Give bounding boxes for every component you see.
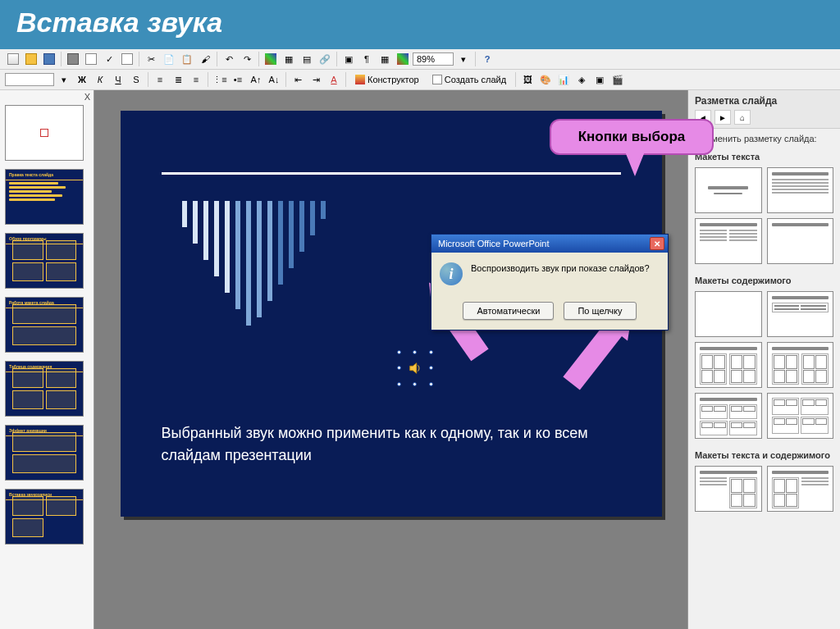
research-button[interactable]	[119, 51, 135, 67]
dialog-message: Воспроизводить звук при показе слайдов?	[471, 262, 650, 275]
font-combo[interactable]	[5, 73, 54, 86]
font-color-button[interactable]: A	[326, 71, 342, 88]
decrease-indent-button[interactable]: ⇤	[290, 71, 306, 88]
slide-thumb-3[interactable]: Обзор программы	[5, 233, 84, 289]
shadow-button[interactable]: S	[128, 71, 144, 88]
copy-button[interactable]: 📄	[161, 51, 177, 67]
slide-thumb-7[interactable]: Вставка звукозаписи	[5, 489, 84, 545]
dialog-titlebar[interactable]: Microsoft Office PowerPoint ✕	[431, 235, 668, 253]
bold-button[interactable]: Ж	[74, 71, 90, 88]
zoom-combo[interactable]: 89%	[413, 52, 454, 66]
spell-button[interactable]: ✓	[101, 51, 117, 67]
standard-toolbar: ✓ ✂ 📄 📋 🖌 ↶ ↷ ▦ ▤ 🔗 ▣ ¶ ▦ 89% ▾ ?	[0, 49, 840, 70]
tutorial-header: Вставка звука	[0, 0, 840, 47]
insert-diagram-button[interactable]: ◈	[573, 71, 590, 88]
dialog-title: Microsoft Office PowerPoint	[438, 239, 550, 248]
layout-text-content-1[interactable]	[695, 466, 762, 512]
task-pane-title: Разметка слайда	[695, 95, 833, 107]
layout-title-content[interactable]	[767, 167, 834, 213]
powerpoint-window: ✓ ✂ 📄 📋 🖌 ↶ ↷ ▦ ▤ 🔗 ▣ ¶ ▦ 89% ▾ ? ▾ Ж К …	[0, 49, 840, 629]
tables-borders-button[interactable]: ▤	[299, 51, 315, 67]
chart-button[interactable]	[262, 51, 279, 67]
numbering-button[interactable]: ⋮≡	[212, 71, 228, 88]
new-doc-button[interactable]	[5, 51, 21, 67]
workspace: X Правка текста слайда Обзор программы Р…	[0, 90, 840, 629]
align-center-button[interactable]: ≣	[170, 71, 186, 88]
decrease-font-button[interactable]: A↓	[266, 71, 282, 88]
layout-title-only[interactable]	[695, 167, 762, 213]
table-button[interactable]: ▦	[281, 51, 297, 67]
broken-image-icon	[40, 129, 48, 137]
slide-thumb-1[interactable]	[5, 105, 84, 161]
slide-thumb-5[interactable]: Таблица содержания	[5, 361, 84, 417]
insert-picture-button[interactable]: 🖼	[519, 71, 536, 88]
help-button[interactable]: ?	[479, 51, 495, 67]
slide-thumb-4[interactable]: Работа макета слайда	[5, 297, 84, 353]
callout-label: Кнопки выбора	[563, 129, 701, 145]
hyperlink-button[interactable]: 🔗	[317, 51, 333, 67]
grid-button[interactable]: ▦	[377, 51, 393, 67]
show-formatting-button[interactable]: ¶	[358, 51, 375, 67]
slide-thumb-2[interactable]: Правка текста слайда	[5, 169, 84, 225]
slide-thumb-6[interactable]: Эффект анимации	[5, 425, 84, 481]
layout-two-content[interactable]	[695, 342, 762, 388]
layout-comparison[interactable]	[767, 342, 834, 388]
layout-section-header[interactable]	[767, 218, 834, 264]
insert-chart-button[interactable]: 📊	[555, 71, 572, 88]
sound-object[interactable]	[399, 353, 431, 384]
layouts-content-label: Макеты содержимого	[688, 271, 840, 288]
info-icon: i	[440, 262, 463, 285]
underline-button[interactable]: Ч	[110, 71, 126, 88]
annotation-callout: Кнопки выбора	[550, 119, 714, 155]
layout-content[interactable]	[767, 291, 834, 337]
increase-indent-button[interactable]: ⇥	[308, 71, 324, 88]
slide-bars-graphic	[182, 201, 326, 326]
expand-button[interactable]: ▣	[340, 51, 357, 67]
cut-button[interactable]: ✂	[143, 51, 159, 67]
layout-two-column[interactable]	[695, 218, 762, 264]
layout-content-caption[interactable]	[767, 393, 834, 439]
dialog-onclick-button[interactable]: По щелчку	[564, 302, 636, 320]
increase-font-button[interactable]: A↑	[248, 71, 264, 88]
zoom-dropdown[interactable]: ▾	[455, 51, 472, 67]
layout-four-content[interactable]	[695, 393, 762, 439]
color-button[interactable]	[395, 51, 411, 67]
align-right-button[interactable]: ≡	[188, 71, 204, 88]
dialog-auto-button[interactable]: Автоматически	[463, 302, 554, 320]
sound-play-dialog: Microsoft Office PowerPoint ✕ i Воспроиз…	[431, 234, 669, 330]
slide-body-text: Выбранный звук можно применить как к одн…	[162, 422, 613, 467]
page-title: Вставка звука	[16, 7, 824, 39]
slide-thumbnails-panel: X Правка текста слайда Обзор программы Р…	[0, 90, 94, 629]
layouts-text-content-label: Макеты текста и содержимого	[688, 445, 840, 463]
new-slide-button[interactable]: Создать слайд	[427, 72, 512, 87]
align-left-button[interactable]: ≡	[152, 71, 168, 88]
formatting-toolbar: ▾ Ж К Ч S ≡ ≣ ≡ ⋮≡ •≡ A↑ A↓ ⇤ ⇥ A Констр…	[0, 70, 840, 90]
thumbnails-close-button[interactable]: X	[84, 92, 90, 102]
print-button[interactable]	[65, 51, 81, 67]
paste-button[interactable]: 📋	[179, 51, 195, 67]
speaker-icon	[408, 361, 422, 376]
open-button[interactable]	[23, 51, 39, 67]
insert-movie-button[interactable]: 🎬	[609, 71, 626, 88]
slide-horizontal-rule	[162, 172, 621, 175]
task-pane-home-button[interactable]: ⌂	[734, 110, 751, 125]
save-button[interactable]	[41, 51, 57, 67]
redo-button[interactable]: ↷	[239, 51, 255, 67]
format-painter-button[interactable]: 🖌	[197, 51, 213, 67]
layout-text-content-2[interactable]	[767, 466, 834, 512]
insert-clipart-button[interactable]: 🎨	[537, 71, 554, 88]
layout-blank[interactable]	[695, 291, 762, 337]
preview-button[interactable]	[83, 51, 99, 67]
undo-button[interactable]: ↶	[221, 51, 237, 67]
task-pane-fwd-button[interactable]: ►	[714, 110, 731, 125]
font-dropdown[interactable]: ▾	[56, 71, 72, 88]
design-button[interactable]: Конструктор	[349, 72, 425, 87]
bullets-button[interactable]: •≡	[230, 71, 246, 88]
slide-editor: Выбранный звук можно применить как к одн…	[94, 90, 687, 629]
italic-button[interactable]: К	[92, 71, 108, 88]
slide-layout-pane: Разметка слайда ◄ ► ⌂ Применить разметку…	[687, 90, 840, 629]
dialog-close-button[interactable]: ✕	[650, 237, 664, 250]
insert-object-button[interactable]: ▣	[591, 71, 608, 88]
